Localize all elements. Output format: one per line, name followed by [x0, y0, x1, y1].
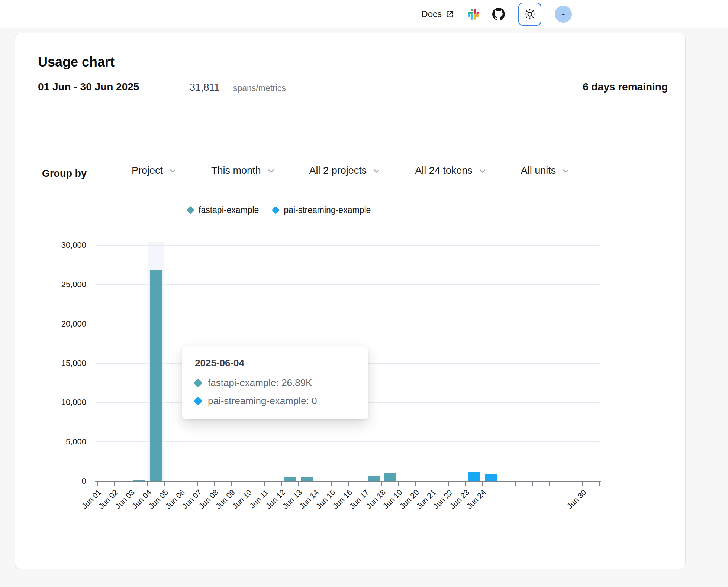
external-link-icon [445, 10, 454, 19]
y-axis-label-0: 0 [30, 476, 86, 486]
tooltip-diamond-icon [193, 378, 202, 387]
x-axis-tick-13 [315, 482, 315, 486]
gridline-30000 [96, 245, 600, 246]
x-axis-tick-3 [147, 482, 148, 486]
x-axis-tick-6 [197, 482, 198, 486]
gridline-25000 [96, 284, 600, 285]
x-axis-tick-23 [482, 482, 483, 486]
x-axis-tick-10 [264, 482, 265, 486]
x-axis-tick-17 [381, 482, 382, 486]
gridline-5000 [96, 441, 600, 442]
y-axis-label-25000: 25,000 [30, 280, 86, 289]
bar-fastapi-example-jun-17[interactable] [368, 476, 380, 481]
bar-pai-streaming-example-jun-24[interactable] [485, 474, 497, 481]
slack-icon [468, 9, 479, 20]
tooltip-diamond-icon [193, 396, 202, 405]
bar-fastapi-example-jun-12[interactable] [284, 477, 296, 481]
tooltip-row-text: fastapi-example: 26.89K [208, 377, 312, 389]
chart-legend: fastapi-examplepai-streaming-example [188, 205, 371, 215]
tooltip-rows: fastapi-example: 26.89Kpai-streaming-exa… [195, 377, 355, 407]
x-axis-tick-24 [499, 482, 499, 486]
x-axis-tick-2 [131, 482, 131, 486]
x-axis-tick-7 [214, 482, 215, 486]
total-unit: spans/metrics [233, 83, 286, 93]
page-title: Usage chart [38, 54, 115, 70]
y-axis-label-20000: 20,000 [30, 319, 86, 329]
docs-link-label: Docs [421, 9, 442, 19]
chevron-down-icon [562, 167, 570, 175]
x-axis-tick-8 [231, 482, 232, 486]
x-axis-tick-20 [432, 482, 432, 486]
y-axis-label-5000: 5,000 [30, 437, 86, 447]
days-remaining: 6 days remaining [583, 81, 668, 93]
legend-label: fastapi-example [199, 205, 259, 215]
x-axis-tick-26 [532, 482, 533, 486]
x-axis-tick-30 [599, 482, 600, 486]
x-axis-tick-12 [298, 482, 299, 486]
x-axis-tick-18 [398, 482, 399, 486]
legend-item-pai-streaming-example[interactable]: pai-streaming-example [273, 205, 371, 215]
filter-bar: ProjectThis monthAll 2 projectsAll 24 to… [132, 165, 570, 176]
x-axis-tick-21 [448, 482, 449, 486]
dropdown-all-units[interactable]: All units [521, 165, 570, 176]
x-axis-tick-15 [348, 482, 349, 486]
dropdown-project[interactable]: Project [132, 165, 177, 176]
slack-button[interactable] [468, 9, 479, 20]
bar-fastapi-example-jun-13[interactable] [301, 477, 313, 481]
dropdown-this-month[interactable]: This month [211, 165, 275, 176]
date-range: 01 Jun - 30 Jun 2025 [38, 81, 139, 93]
x-axis-tick-4 [164, 482, 165, 486]
group-by-label: Group by [42, 168, 87, 179]
sun-icon [524, 8, 536, 20]
y-axis-label-30000: 30,000 [30, 240, 86, 250]
x-axis-tick-5 [181, 482, 181, 486]
chevron-down-icon [267, 167, 275, 175]
dropdown-all-24-tokens[interactable]: All 24 tokens [415, 165, 487, 176]
docs-link[interactable]: Docs [421, 9, 454, 19]
x-axis-tick-0 [97, 482, 98, 486]
x-axis-tick-9 [248, 482, 248, 486]
dropdown-label: Project [132, 165, 163, 176]
dropdown-all-2-projects[interactable]: All 2 projects [309, 165, 381, 176]
topbar: Docs [0, 0, 728, 28]
dropdown-label: All units [521, 165, 556, 176]
dropdown-label: All 24 tokens [415, 165, 473, 176]
x-axis-tick-22 [465, 482, 466, 486]
x-axis-tick-25 [515, 482, 516, 486]
theme-toggle-button[interactable] [518, 3, 541, 26]
chevron-down-icon [373, 167, 381, 175]
x-axis-tick-14 [331, 482, 332, 486]
tooltip-date: 2025-06-04 [195, 357, 355, 369]
filter-divider [112, 157, 112, 191]
dropdown-label: All 2 projects [309, 165, 367, 176]
topbar-actions: Docs [421, 0, 572, 28]
github-button[interactable] [492, 8, 505, 20]
chevron-down-icon [169, 167, 177, 175]
avatar[interactable]: - [555, 6, 572, 23]
usage-card [15, 33, 686, 569]
x-axis-tick-27 [549, 482, 550, 486]
x-axis-tick-1 [114, 482, 115, 486]
x-axis-tick-16 [365, 482, 365, 486]
bar-pai-streaming-example-jun-23[interactable] [468, 472, 480, 481]
total-count: 31,811 [190, 82, 220, 93]
chart-tooltip: 2025-06-04 fastapi-example: 26.89Kpai-st… [182, 346, 368, 419]
legend-diamond-icon [272, 206, 280, 214]
tooltip-row-pai-streaming-example: pai-streaming-example: 0 [195, 395, 355, 407]
y-axis-label-15000: 15,000 [30, 359, 86, 368]
github-icon [492, 8, 505, 20]
legend-label: pai-streaming-example [284, 205, 371, 215]
x-axis-tick-29 [582, 482, 583, 486]
y-axis-label-10000: 10,000 [30, 398, 86, 407]
bar-fastapi-example-jun-18[interactable] [384, 473, 396, 481]
legend-diamond-icon [187, 206, 194, 214]
legend-item-fastapi-example[interactable]: fastapi-example [188, 205, 259, 215]
bar-fastapi-example-jun-04[interactable] [150, 270, 162, 481]
gridline-20000 [96, 324, 600, 324]
x-axis-tick-19 [415, 482, 416, 486]
tooltip-row-text: pai-streaming-example: 0 [208, 395, 317, 407]
app-viewport: Docs [0, 0, 728, 587]
x-axis-tick-28 [566, 482, 566, 486]
x-axis-tick-11 [281, 482, 282, 486]
tooltip-row-fastapi-example: fastapi-example: 26.89K [195, 377, 355, 389]
